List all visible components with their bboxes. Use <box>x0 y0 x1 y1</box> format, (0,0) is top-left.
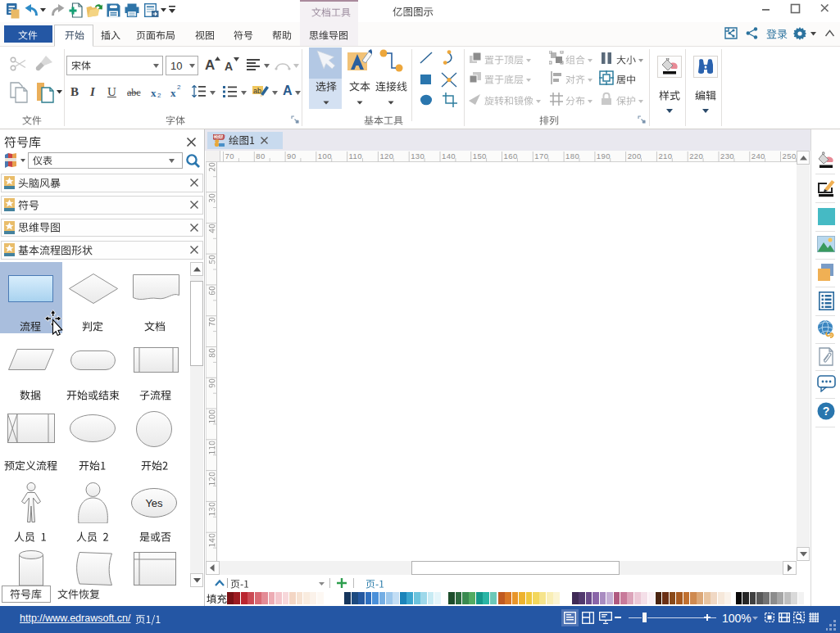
svg-text:EDRAW: EDRAW <box>213 135 225 139</box>
svg-text:?: ? <box>823 405 830 418</box>
svg-text:ab: ab <box>253 87 261 95</box>
svg-text:Yes: Yes <box>145 497 163 509</box>
